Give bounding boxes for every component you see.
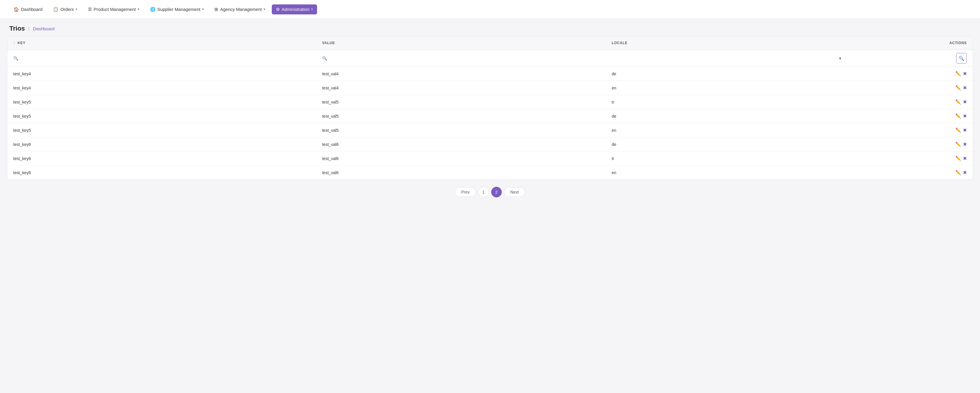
product-management-chevron-icon: ▾	[138, 7, 139, 11]
dashboard-nav-icon: 🏠	[14, 7, 19, 12]
delete-button-7[interactable]: ✖	[963, 170, 967, 175]
edit-button-2[interactable]: ✏️	[955, 99, 961, 105]
edit-button-0[interactable]: ✏️	[955, 71, 961, 76]
delete-button-2[interactable]: ✖	[963, 99, 967, 105]
cell-key-5: test_key6	[7, 137, 316, 151]
edit-button-6[interactable]: ✏️	[955, 156, 961, 161]
cell-value-7: test_val6	[316, 165, 606, 180]
edit-button-7[interactable]: ✏️	[955, 170, 961, 175]
cell-actions-6: ✏️ ✖	[847, 151, 973, 165]
administration-nav-label: Administration	[282, 7, 309, 12]
edit-button-5[interactable]: ✏️	[955, 142, 961, 147]
main-content: ↑ KEY VALUE LOCALE ACTIONS 🔍	[0, 36, 980, 214]
product-management-nav-icon: ☰	[88, 7, 92, 12]
agency-management-chevron-icon: ▾	[264, 7, 265, 11]
nav-item-dashboard[interactable]: 🏠 Dashboard	[10, 5, 46, 14]
cell-actions-1: ✏️ ✖	[847, 81, 973, 95]
action-icons-3: ✏️ ✖	[853, 113, 967, 119]
supplier-management-nav-label: Supplier Management	[158, 7, 200, 12]
administration-nav-icon: ⚙	[276, 7, 280, 12]
agency-management-nav-label: Agency Management	[220, 7, 262, 12]
nav-item-administration[interactable]: ⚙ Administration ▾	[272, 5, 317, 14]
cell-key-6: test_key6	[7, 151, 316, 165]
cell-actions-5: ✏️ ✖	[847, 137, 973, 151]
table-row: test_key4 test_val4 de ✏️ ✖	[7, 67, 973, 81]
cell-key-3: test_key5	[7, 109, 316, 123]
col-header-value: VALUE	[316, 36, 606, 50]
cell-key-1: test_key4	[7, 81, 316, 95]
filter-key-cell: 🔍	[7, 50, 316, 67]
breadcrumb-link[interactable]: Dashboard	[33, 26, 54, 31]
cell-locale-6: tr	[606, 151, 847, 165]
nav-item-orders[interactable]: 📋 Orders ▾	[49, 5, 81, 14]
table-row: test_key4 test_val4 en ✏️ ✖	[7, 81, 973, 95]
filter-actions-cell: 🔍	[847, 50, 973, 67]
cell-locale-3: de	[606, 109, 847, 123]
table-row: test_key5 test_val5 de ✏️ ✖	[7, 109, 973, 123]
table-row: test_key6 test_val6 de ✏️ ✖	[7, 137, 973, 151]
filter-value-input[interactable]	[329, 56, 600, 60]
edit-button-1[interactable]: ✏️	[955, 85, 961, 91]
action-icons-6: ✏️ ✖	[853, 156, 967, 161]
cell-locale-5: de	[606, 137, 847, 151]
filter-locale-cell: ▾	[606, 50, 847, 67]
orders-nav-icon: 📋	[53, 7, 59, 12]
cell-actions-4: ✏️ ✖	[847, 123, 973, 137]
cell-locale-0: de	[606, 67, 847, 81]
delete-button-4[interactable]: ✖	[963, 127, 967, 133]
cell-value-2: test_val5	[316, 95, 606, 109]
cell-value-0: test_val4	[316, 67, 606, 81]
page-2-current[interactable]: 2	[491, 187, 502, 197]
delete-button-0[interactable]: ✖	[963, 71, 967, 76]
delete-button-5[interactable]: ✖	[963, 142, 967, 147]
edit-button-3[interactable]: ✏️	[955, 113, 961, 119]
delete-button-6[interactable]: ✖	[963, 156, 967, 161]
cell-locale-1: en	[606, 81, 847, 95]
data-table: ↑ KEY VALUE LOCALE ACTIONS 🔍	[7, 36, 973, 180]
actions-filter-wrap: 🔍	[853, 53, 967, 64]
cell-value-6: test_val6	[316, 151, 606, 165]
administration-chevron-icon: ▾	[311, 7, 313, 11]
locale-filter-wrap: ▾	[612, 56, 842, 60]
product-management-nav-label: Product Management	[94, 7, 135, 12]
prev-button[interactable]: Prev	[455, 188, 476, 197]
cell-actions-2: ✏️ ✖	[847, 95, 973, 109]
action-icons-0: ✏️ ✖	[853, 71, 967, 76]
next-button[interactable]: Next	[504, 188, 525, 197]
action-icons-7: ✏️ ✖	[853, 170, 967, 175]
action-icons-4: ✏️ ✖	[853, 127, 967, 133]
table-header-row: ↑ KEY VALUE LOCALE ACTIONS	[7, 36, 973, 50]
delete-button-1[interactable]: ✖	[963, 85, 967, 91]
cell-value-1: test_val4	[316, 81, 606, 95]
nav-item-product-management[interactable]: ☰ Product Management ▾	[84, 5, 143, 14]
cell-key-0: test_key4	[7, 67, 316, 81]
delete-button-3[interactable]: ✖	[963, 113, 967, 119]
filter-key-wrap: 🔍	[13, 56, 310, 60]
table-row: test_key6 test_val6 en ✏️ ✖	[7, 165, 973, 180]
page-header: Trios | Dashboard	[0, 19, 980, 36]
pagination: Prev 1 2 Next	[7, 180, 973, 204]
action-icons-5: ✏️ ✖	[853, 142, 967, 147]
page-title: Trios	[10, 25, 25, 32]
supplier-management-chevron-icon: ▾	[202, 7, 204, 11]
cell-key-2: test_key5	[7, 95, 316, 109]
edit-button-4[interactable]: ✏️	[955, 127, 961, 133]
table-row: test_key5 test_val5 en ✏️ ✖	[7, 123, 973, 137]
supplier-management-nav-icon: 🌐	[150, 7, 156, 12]
nav-item-supplier-management[interactable]: 🌐 Supplier Management ▾	[146, 5, 208, 14]
filter-key-input[interactable]	[20, 56, 310, 60]
search-button[interactable]: 🔍	[956, 53, 967, 64]
action-icons-2: ✏️ ✖	[853, 99, 967, 105]
chevron-down-icon[interactable]: ▾	[839, 56, 841, 60]
cell-locale-2: tr	[606, 95, 847, 109]
filter-value-cell: 🔍	[316, 50, 606, 67]
sort-icon: ↑	[13, 41, 15, 45]
breadcrumb-separator: |	[29, 26, 30, 31]
cell-value-3: test_val5	[316, 109, 606, 123]
cell-actions-0: ✏️ ✖	[847, 67, 973, 81]
agency-management-nav-icon: ⊞	[215, 7, 218, 12]
orders-nav-label: Orders	[60, 7, 74, 12]
nav-item-agency-management[interactable]: ⊞ Agency Management ▾	[210, 5, 269, 14]
col-header-key: ↑ KEY	[7, 36, 316, 50]
page-1[interactable]: 1	[478, 187, 489, 197]
